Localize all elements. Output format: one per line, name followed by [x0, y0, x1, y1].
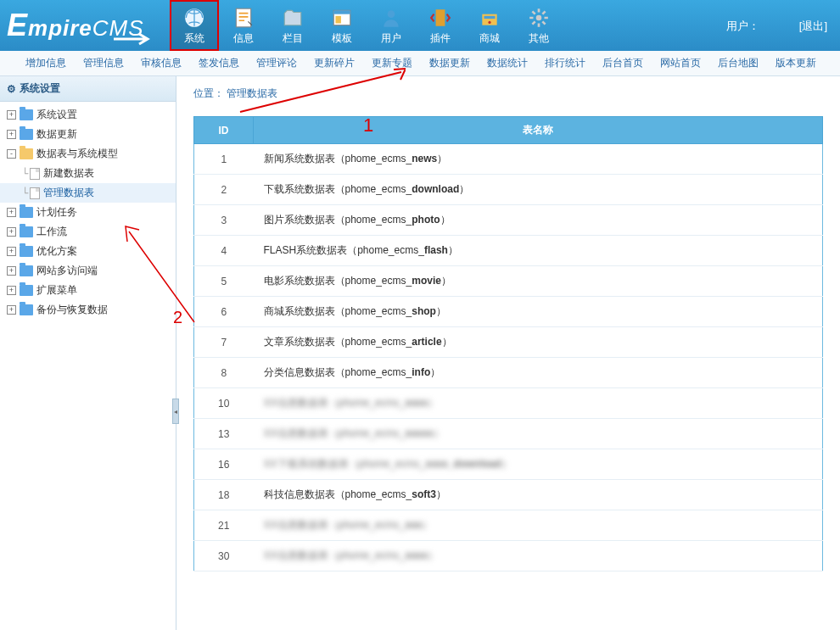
svg-point-10 — [535, 14, 541, 20]
submenu-item[interactable]: 更新碎片 — [305, 56, 363, 70]
table-row[interactable]: 13XX信息数据表（phome_ecms_xxxxx） — [194, 419, 823, 449]
table-row[interactable]: 4FLASH系统数据表（phome_ecms_flash） — [194, 236, 823, 266]
sidebar-title: 系统设置 — [20, 81, 60, 96]
logout-link[interactable]: [退出] — [799, 20, 827, 32]
table-row[interactable]: 5电影系统数据表（phome_ecms_movie） — [194, 266, 823, 297]
tree-item[interactable]: -数据表与系统模型 — [0, 144, 176, 164]
toolbar-template[interactable]: 模板 — [317, 0, 367, 51]
tree-label: 网站多访问端 — [36, 264, 98, 278]
table-row[interactable]: 6商城系统数据表（phome_ecms_shop） — [194, 297, 823, 327]
folder-icon — [20, 304, 33, 315]
sidebar-collapse-handle[interactable]: ◂ — [172, 399, 179, 424]
svg-rect-1 — [236, 8, 250, 27]
plugin-icon — [428, 6, 453, 30]
breadcrumb-current[interactable]: 管理数据表 — [227, 87, 277, 99]
toolbar-info[interactable]: 信息 — [219, 0, 268, 51]
th-id: ID — [194, 117, 254, 144]
submenu-item[interactable]: 管理信息 — [75, 56, 132, 70]
cell-id: 6 — [194, 297, 254, 327]
tree-label: 数据更新 — [36, 127, 77, 142]
toolbar-label: 系统 — [184, 31, 204, 46]
toolbar-plugin[interactable]: 插件 — [416, 0, 465, 51]
cell-name: 商城系统数据表（phome_ecms_shop） — [254, 297, 823, 327]
toolbar-label: 用户 — [381, 31, 401, 46]
toolbar-other[interactable]: 其他 — [514, 0, 563, 51]
submenu-item[interactable]: 数据更新 — [421, 56, 479, 70]
tree-item[interactable]: └管理数据表 — [0, 183, 176, 203]
tree-item[interactable]: +工作流 — [0, 222, 176, 242]
toolbar-label: 商城 — [479, 31, 500, 46]
folder-icon — [20, 285, 33, 296]
tree-toggle-icon[interactable]: + — [7, 266, 16, 276]
table-row[interactable]: 7文章系统数据表（phome_ecms_article） — [194, 327, 823, 358]
submenu-item[interactable]: 版本更新 — [767, 56, 825, 70]
tree-item[interactable]: +扩展菜单 — [0, 281, 176, 300]
submenu-item[interactable]: 审核信息 — [132, 56, 190, 70]
submenu-item[interactable]: 管理评论 — [248, 56, 305, 70]
tree-toggle-icon[interactable]: + — [7, 130, 16, 139]
toolbar-label: 插件 — [430, 31, 451, 46]
cell-name: XX下载系统数据表（phome_ecms_xxxx_download） — [254, 449, 823, 480]
toolbar-user[interactable]: 用户 — [367, 0, 416, 51]
submenu-item[interactable]: 后台地图 — [709, 56, 767, 70]
tree-toggle-icon[interactable]: + — [7, 305, 16, 315]
svg-rect-8 — [484, 15, 495, 18]
toolbar-label: 栏目 — [283, 31, 303, 46]
submenu-item[interactable]: 网站首页 — [652, 56, 709, 70]
cell-id: 18 — [194, 480, 254, 510]
table-row[interactable]: 16XX下载系统数据表（phome_ecms_xxxx_download） — [194, 449, 823, 480]
tree-label: 管理数据表 — [43, 186, 94, 200]
table-row[interactable]: 8分类信息数据表（phome_ecms_info） — [194, 358, 823, 388]
column-icon — [280, 6, 305, 30]
gear-icon: ⚙ — [7, 83, 16, 95]
other-icon — [526, 6, 552, 30]
toolbar-shop[interactable]: 商城 — [465, 0, 514, 51]
cell-name: 图片系统数据表（phome_ecms_photo） — [254, 205, 823, 236]
table-row[interactable]: 1新闻系统数据表（phome_ecms_news） — [194, 144, 823, 175]
cell-name: 科技信息数据表（phome_ecms_soft3） — [254, 480, 823, 510]
user-info: 用户： [退出] — [726, 19, 827, 34]
table-row[interactable]: 21XX信息数据表（phome_ecms_xxx） — [194, 510, 823, 541]
tree-toggle-icon[interactable]: + — [7, 208, 16, 217]
svg-rect-3 — [333, 10, 350, 14]
tree-item[interactable]: +网站多访问端 — [0, 261, 176, 281]
tree-item[interactable]: +数据更新 — [0, 125, 176, 144]
table-row[interactable]: 10XX信息数据表（phome_ecms_xxxx） — [194, 388, 823, 419]
submenu-item[interactable]: 数据统计 — [479, 56, 536, 70]
submenu-item[interactable]: 排行统计 — [536, 56, 594, 70]
toolbar-system[interactable]: 系统 — [170, 0, 219, 51]
tree-label: 扩展菜单 — [36, 283, 77, 298]
cell-name: 新闻系统数据表（phome_ecms_news） — [254, 144, 823, 175]
tree-item[interactable]: +计划任务 — [0, 203, 176, 222]
table-row[interactable]: 30XX信息数据表（phome_ecms_xxxx） — [194, 541, 823, 571]
submenu-item[interactable]: 签发信息 — [190, 56, 248, 70]
tree-item[interactable]: └新建数据表 — [0, 164, 176, 183]
table-row[interactable]: 2下载系统数据表（phome_ecms_download） — [194, 175, 823, 205]
tree-toggle-icon[interactable]: + — [7, 247, 16, 256]
user-label: 用户： — [726, 20, 759, 32]
svg-point-5 — [387, 10, 395, 18]
info-icon — [231, 6, 256, 30]
tree-item[interactable]: +备份与恢复数据 — [0, 300, 176, 320]
tree-toggle-icon[interactable]: + — [7, 286, 16, 295]
tree-item[interactable]: +系统设置 — [0, 105, 176, 125]
template-icon — [329, 6, 355, 30]
tree-item[interactable]: +优化方案 — [0, 242, 176, 261]
folder-icon — [20, 246, 33, 257]
logo: EmpireCMS — [0, 8, 144, 43]
submenu-item[interactable]: 后台首页 — [594, 56, 652, 70]
toolbar-column[interactable]: 栏目 — [268, 0, 317, 51]
system-icon — [182, 6, 207, 30]
table-row[interactable]: 18科技信息数据表（phome_ecms_soft3） — [194, 480, 823, 510]
submenu-item[interactable]: 增加信息 — [17, 56, 75, 70]
table-row[interactable]: 3图片系统数据表（phome_ecms_photo） — [194, 205, 823, 236]
cell-id: 21 — [194, 510, 254, 541]
tree-toggle-icon[interactable]: + — [7, 227, 16, 237]
main-content: ◂ 位置： 管理数据表 1 2 ID 表名称 1新闻系统数据表（phome_ec… — [176, 76, 840, 630]
cell-name: XX信息数据表（phome_ecms_xxx） — [254, 510, 823, 541]
tree-toggle-icon[interactable]: - — [7, 149, 16, 159]
submenu-item[interactable]: 更新专题 — [363, 56, 421, 70]
breadcrumb: 位置： 管理数据表 — [193, 86, 823, 101]
tree-toggle-icon[interactable]: + — [7, 110, 16, 120]
cell-id: 7 — [194, 327, 254, 358]
